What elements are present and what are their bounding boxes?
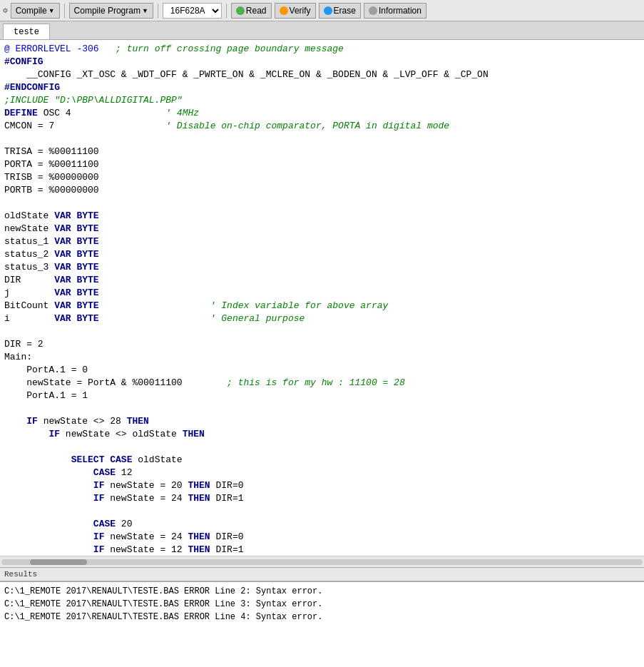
divider-1 [64,4,65,18]
scrollbar-track [1,559,643,565]
result-line-2: C:\1_REMOTE 2017\RENAULT\TESTE.BAS ERROR… [4,598,640,611]
information-icon [369,6,377,15]
erase-icon [324,6,332,15]
verify-label: Verify [290,6,311,16]
read-label: Read [246,6,267,16]
scrollbar-thumb[interactable] [30,559,87,565]
chip-selector[interactable]: 16F628A [163,3,222,19]
divider-3 [226,4,227,18]
toolbar: ⚙ Compile ▼ Compile Program ▼ 16F628A Re… [0,0,644,21]
statusbar-label: Results [4,570,37,579]
compile-dropdown-icon: ▼ [48,7,55,14]
results-content: C:\1_REMOTE 2017\RENAULT\TESTE.BAS ERROR… [0,582,644,667]
compile-button[interactable]: Compile ▼ [11,3,60,19]
horizontal-scrollbar[interactable] [0,556,644,567]
read-icon [236,6,245,15]
compile-program-dropdown-icon: ▼ [142,7,148,14]
code-editor[interactable]: @ ERRORLEVEL -306 ; turn off crossing pa… [0,40,644,556]
erase-label: Erase [334,6,356,16]
tab-teste[interactable]: teste [3,24,50,39]
statusbar: Results [0,567,644,581]
editor-container: @ ERRORLEVEL -306 ; turn off crossing pa… [0,40,644,567]
verify-icon [280,6,288,15]
verify-button[interactable]: Verify [275,3,316,19]
result-line-1: C:\1_REMOTE 2017\RENAULT\TESTE.BAS ERROR… [4,585,640,598]
divider-2 [158,4,158,18]
results-panel: C:\1_REMOTE 2017\RENAULT\TESTE.BAS ERROR… [0,581,644,667]
read-button[interactable]: Read [231,3,272,19]
information-button[interactable]: Information [364,3,426,19]
erase-button[interactable]: Erase [319,3,361,19]
compile-icon: ⚙ [3,6,8,15]
compile-program-button[interactable]: Compile Program ▼ [69,3,153,19]
tabbar: teste [0,21,644,40]
compile-label: Compile [16,6,47,16]
information-label: Information [379,6,421,16]
tab-teste-label: teste [14,27,39,37]
compile-program-label: Compile Program [74,6,140,16]
result-line-3: C:\1_REMOTE 2017\RENAULT\TESTE.BAS ERROR… [4,611,640,623]
